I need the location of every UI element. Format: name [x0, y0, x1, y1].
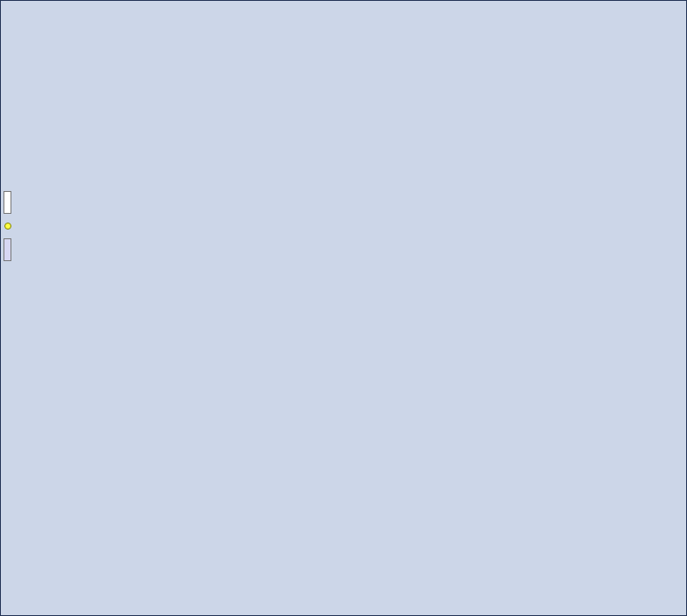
snow-axis-label	[4, 191, 11, 266]
resort-depth-swatch-icon	[4, 238, 11, 261]
snow-history-chart-window	[0, 0, 687, 616]
upper-depth-swatch-icon	[4, 191, 11, 214]
charts-svg	[1, 1, 687, 616]
fresh-snow-dot-icon	[4, 223, 11, 230]
